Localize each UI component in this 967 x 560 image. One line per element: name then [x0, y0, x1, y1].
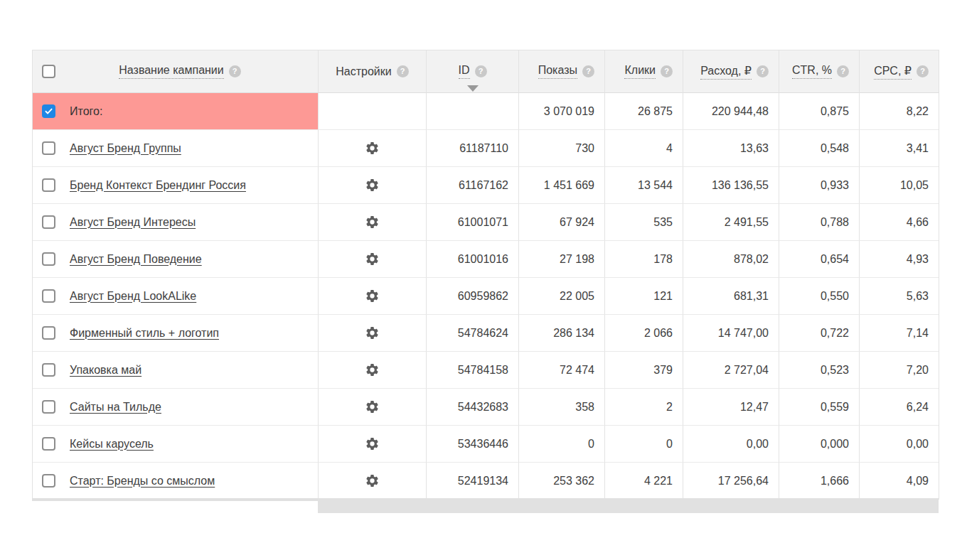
spend-cell: 14 747,00 — [683, 315, 779, 352]
column-header-impressions[interactable]: Показы — [538, 64, 577, 79]
row-checkbox[interactable] — [42, 252, 55, 266]
help-icon[interactable]: ? — [582, 65, 594, 77]
ctr-cell: 0,550 — [779, 278, 860, 315]
row-checkbox[interactable] — [42, 400, 55, 414]
column-header-name[interactable]: Название кампании — [119, 64, 223, 79]
settings-gear-icon[interactable] — [365, 362, 380, 377]
settings-gear-icon[interactable] — [365, 141, 380, 156]
total-row-checkbox-checked[interactable] — [42, 104, 55, 118]
ctr-cell: 0,548 — [779, 130, 860, 167]
column-header-ctr[interactable]: CTR, % — [792, 64, 832, 79]
row-checkbox[interactable] — [42, 289, 55, 303]
campaign-name-link[interactable]: Кейсы карусель — [70, 438, 154, 451]
header-cell-settings: Настройки ? — [319, 50, 427, 93]
row-checkbox[interactable] — [42, 178, 55, 192]
id-cell: 53436446 — [427, 426, 519, 463]
row-checkbox[interactable] — [42, 437, 55, 451]
campaigns-table: Название кампании ? Настройки ? ID ? Пок… — [32, 50, 939, 500]
table-row: Фирменный стиль + логотип 54784624 286 1… — [33, 315, 939, 352]
ctr-cell: 0,000 — [779, 426, 860, 463]
help-icon[interactable]: ? — [661, 65, 673, 77]
impressions-cell: 27 198 — [519, 241, 605, 278]
total-name-cell: Итого: — [33, 93, 319, 130]
total-cpc: 8,22 — [860, 93, 939, 130]
impressions-cell: 0 — [519, 426, 605, 463]
clicks-cell: 535 — [605, 204, 683, 241]
horizontal-scrollbar[interactable] — [318, 498, 939, 513]
select-all-checkbox[interactable] — [42, 65, 55, 78]
ctr-cell: 0,654 — [779, 241, 860, 278]
help-icon[interactable]: ? — [757, 65, 769, 77]
help-icon[interactable]: ? — [917, 65, 929, 77]
table-header-row: Название кампании ? Настройки ? ID ? Пок… — [33, 50, 939, 93]
impressions-cell: 730 — [519, 130, 605, 167]
column-header-settings: Настройки — [336, 65, 391, 78]
row-checkbox[interactable] — [42, 363, 55, 377]
settings-gear-icon[interactable] — [365, 215, 380, 230]
column-header-spend[interactable]: Расход, ₽ — [700, 64, 752, 80]
total-spend: 220 944,48 — [683, 93, 779, 130]
impressions-cell: 22 005 — [519, 278, 605, 315]
spend-cell: 681,31 — [683, 278, 779, 315]
help-icon[interactable]: ? — [229, 65, 241, 77]
ctr-cell: 0,933 — [779, 167, 860, 204]
settings-gear-icon[interactable] — [365, 473, 380, 488]
campaign-name-link[interactable]: Фирменный стиль + логотип — [70, 327, 219, 340]
campaign-name-link[interactable]: Август Бренд Поведение — [70, 253, 202, 266]
clicks-cell: 4 — [605, 130, 683, 167]
column-header-id[interactable]: ID — [459, 64, 470, 79]
ctr-cell: 0,788 — [779, 204, 860, 241]
help-icon[interactable]: ? — [397, 65, 409, 77]
id-cell: 60959862 — [427, 278, 519, 315]
settings-gear-icon[interactable] — [365, 399, 380, 414]
campaign-name-link[interactable]: Старт: Бренды со смыслом — [70, 475, 215, 488]
clicks-cell: 0 — [605, 426, 683, 463]
clicks-cell: 13 544 — [605, 167, 683, 204]
total-label: Итого: — [70, 105, 102, 118]
table-row: Упаковка май 54784158 72 474 379 2 727,0… — [33, 352, 939, 389]
table-row: Август Бренд Интересы 61001071 67 924 53… — [33, 204, 939, 241]
row-checkbox[interactable] — [42, 326, 55, 340]
settings-gear-icon[interactable] — [365, 178, 380, 193]
row-checkbox[interactable] — [42, 474, 55, 488]
id-cell: 54784624 — [427, 315, 519, 352]
ctr-cell: 0,722 — [779, 315, 860, 352]
settings-gear-icon[interactable] — [365, 436, 380, 451]
checkmark-icon — [44, 107, 53, 116]
ctr-cell: 0,559 — [779, 389, 860, 426]
help-icon[interactable]: ? — [837, 65, 849, 77]
row-checkbox[interactable] — [42, 141, 55, 155]
cpc-cell: 3,41 — [860, 130, 939, 167]
campaign-name-link[interactable]: Сайты на Тильде — [70, 401, 161, 414]
campaign-name-link[interactable]: Август Бренд Группы — [70, 142, 181, 155]
campaign-name-link[interactable]: Бренд Контекст Брендинг Россия — [70, 179, 246, 192]
clicks-cell: 4 221 — [605, 463, 683, 500]
settings-gear-icon[interactable] — [365, 252, 380, 266]
header-cell-name: Название кампании ? — [33, 50, 319, 93]
settings-gear-icon[interactable] — [365, 289, 380, 303]
cpc-cell: 4,93 — [860, 241, 939, 278]
cpc-cell: 7,20 — [860, 352, 939, 389]
sort-desc-icon[interactable] — [467, 85, 479, 92]
row-checkbox[interactable] — [42, 215, 55, 229]
header-cell-ctr: CTR, % ? — [779, 50, 860, 93]
column-header-cpc[interactable]: CPC, ₽ — [874, 64, 912, 80]
cpc-cell: 10,05 — [860, 167, 939, 204]
campaign-name-link[interactable]: Август Бренд LookALike — [70, 290, 196, 303]
total-clicks: 26 875 — [605, 93, 683, 130]
id-cell: 52419134 — [427, 463, 519, 500]
column-header-clicks[interactable]: Клики — [624, 64, 656, 79]
spend-cell: 12,47 — [683, 389, 779, 426]
settings-gear-icon[interactable] — [365, 325, 380, 340]
spend-cell: 2 491,55 — [683, 204, 779, 241]
campaign-name-link[interactable]: Упаковка май — [70, 364, 141, 377]
ctr-cell: 0,523 — [779, 352, 860, 389]
cpc-cell: 5,63 — [860, 278, 939, 315]
total-settings-cell — [319, 93, 427, 130]
table-row: Август Бренд LookALike 60959862 22 005 1… — [33, 278, 939, 315]
table-row: Старт: Бренды со смыслом 52419134 253 36… — [33, 463, 939, 500]
campaign-name-link[interactable]: Август Бренд Интересы — [70, 216, 196, 229]
total-ctr: 0,875 — [779, 93, 860, 130]
spend-cell: 13,63 — [683, 130, 779, 167]
help-icon[interactable]: ? — [475, 65, 487, 77]
